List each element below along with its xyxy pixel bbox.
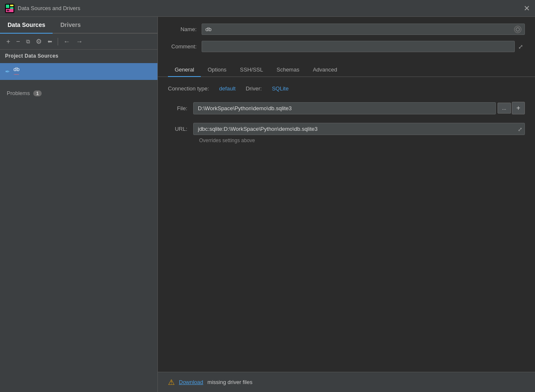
tab-ssh-ssl[interactable]: SSH/SSL — [233, 63, 270, 77]
section-header-project-data-sources: Project Data Sources — [0, 50, 157, 61]
title-bar: Data Sources and Drivers ✕ — [0, 0, 535, 17]
left-panel: Data Sources Drivers + − ⧉ ⚙ ⬅ ← → Proje… — [0, 17, 158, 392]
svg-rect-3 — [10, 7, 13, 9]
connection-type-label: Connection type: — [168, 85, 209, 92]
import-button[interactable]: ⬅ — [45, 37, 54, 45]
connection-type-row: Connection type: default Driver: SQLite — [168, 85, 525, 92]
file-input[interactable] — [193, 102, 496, 114]
back-button[interactable]: ← — [61, 37, 72, 46]
driver-label: Driver: — [246, 85, 262, 92]
url-row: URL: ⤢ — [168, 123, 525, 135]
svg-rect-1 — [6, 5, 9, 8]
copy-button[interactable]: ⧉ — [24, 37, 32, 46]
file-add-button[interactable]: + — [512, 102, 525, 114]
settings-button[interactable]: ⚙ — [34, 37, 44, 46]
left-tab-bar: Data Sources Drivers — [0, 17, 157, 34]
window-title: Data Sources and Drivers — [18, 5, 80, 11]
right-tabs-row: General Options SSH/SSL Schemas Advanced — [158, 63, 535, 77]
svg-rect-2 — [10, 5, 13, 6]
tab-drivers[interactable]: Drivers — [53, 17, 88, 34]
data-source-list: ✒ db ~~~ — [0, 61, 157, 82]
driver-value[interactable]: SQLite — [272, 85, 289, 92]
tab-advanced[interactable]: Advanced — [306, 63, 344, 77]
warning-icon: ⚠ — [168, 378, 175, 387]
comment-expand-button[interactable]: ⤢ — [516, 42, 525, 52]
name-row: Name: — [168, 24, 525, 35]
add-button[interactable]: + — [4, 37, 12, 46]
problems-section: Problems 1 — [0, 85, 157, 101]
left-toolbar: + − ⧉ ⚙ ⬅ ← → — [0, 34, 157, 50]
download-link[interactable]: Download — [179, 379, 203, 385]
file-label: File: — [168, 105, 193, 111]
db-icon: ✒ — [5, 68, 10, 75]
tab-schemas[interactable]: Schemas — [270, 63, 306, 77]
url-expand-button[interactable]: ⤢ — [518, 126, 522, 132]
db-item-content: db ~~~ — [13, 66, 19, 77]
file-row: File: ... + — [168, 102, 525, 114]
app-icon — [5, 4, 14, 13]
content-area: Connection type: default Driver: SQLite … — [158, 77, 535, 372]
forward-button[interactable]: → — [74, 37, 85, 46]
comment-row: Comment: ⤢ — [168, 41, 525, 52]
name-label: Name: — [168, 26, 202, 32]
data-source-item-db[interactable]: ✒ db ~~~ — [0, 63, 157, 80]
svg-rect-5 — [7, 10, 9, 11]
right-panel: Name: Comment: ⤢ General Options — [158, 17, 535, 392]
tab-general[interactable]: General — [168, 63, 201, 77]
main-layout: Data Sources Drivers + − ⧉ ⚙ ⬅ ← → Proje… — [0, 17, 535, 392]
title-bar-left: Data Sources and Drivers — [5, 4, 80, 13]
db-item-squiggle: ~~~ — [13, 72, 19, 77]
footer-bar: ⚠ Download missing driver files — [158, 372, 535, 392]
name-input[interactable] — [202, 24, 525, 35]
db-item-name: db — [13, 66, 19, 72]
svg-point-6 — [516, 28, 519, 31]
problems-label: Problems — [7, 90, 30, 96]
file-browse-button[interactable]: ... — [498, 103, 511, 114]
form-area: Name: Comment: ⤢ — [158, 17, 535, 63]
footer-text: missing driver files — [208, 379, 253, 385]
name-input-indicator — [514, 26, 522, 33]
indicator-icon — [516, 27, 520, 32]
close-button[interactable]: ✕ — [524, 5, 530, 12]
comment-input[interactable] — [202, 41, 515, 52]
url-hint: Overrides settings above — [168, 138, 525, 143]
toolbar-separator — [58, 38, 58, 45]
url-input[interactable] — [193, 123, 525, 135]
comment-label: Comment: — [168, 43, 202, 50]
remove-button[interactable]: − — [14, 37, 22, 46]
connection-type-value[interactable]: default — [219, 85, 236, 92]
tab-data-sources[interactable]: Data Sources — [0, 17, 53, 34]
url-input-wrapper: ⤢ — [193, 123, 525, 135]
problems-badge: 1 — [33, 90, 42, 96]
url-label: URL: — [168, 126, 193, 132]
tab-options[interactable]: Options — [201, 63, 233, 77]
name-input-wrapper — [202, 24, 525, 35]
